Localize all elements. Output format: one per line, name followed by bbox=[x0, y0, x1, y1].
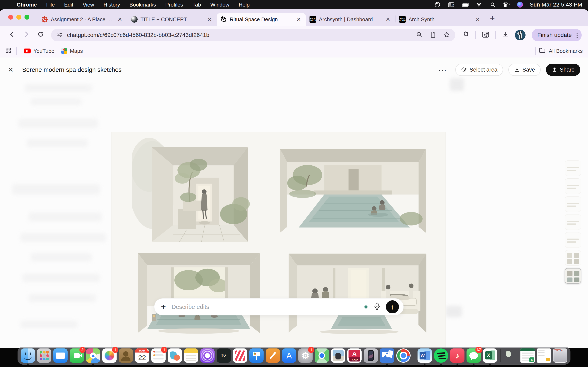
bookmark-maps[interactable]: Maps bbox=[61, 48, 83, 54]
dock-word[interactable]: W bbox=[417, 349, 432, 363]
dock-find-my[interactable] bbox=[315, 349, 329, 363]
dock-notes[interactable] bbox=[184, 349, 198, 363]
zoom-out-icon[interactable] bbox=[416, 31, 423, 39]
bookmark-star-icon[interactable] bbox=[443, 31, 450, 39]
microphone-icon[interactable] bbox=[374, 302, 380, 311]
menu-bookmarks[interactable]: Bookmarks bbox=[130, 2, 156, 8]
bookmark-youtube[interactable]: YouTube bbox=[24, 48, 54, 54]
tab-close-icon[interactable]: ✕ bbox=[384, 16, 391, 23]
wifi-icon[interactable] bbox=[476, 2, 483, 7]
dock-app-store[interactable]: A bbox=[282, 349, 296, 363]
address-bar[interactable]: chatgpt.com/c/69c07c6d-f560-832b-bb03-c2… bbox=[51, 29, 455, 42]
thumbnail-version-current[interactable] bbox=[565, 268, 581, 284]
thumbnail-version-3[interactable] bbox=[565, 196, 581, 212]
dock-finder[interactable] bbox=[21, 349, 35, 363]
tab-title-concept[interactable]: TITLE + CONCEPT ✕ bbox=[127, 13, 217, 26]
all-bookmarks-button[interactable]: All Bookmarks bbox=[549, 48, 583, 54]
siri-icon[interactable] bbox=[517, 2, 523, 8]
menu-clock[interactable]: Sun Mar 22 5:43 PM bbox=[530, 2, 582, 8]
dock-trash[interactable] bbox=[553, 349, 567, 363]
dock-music[interactable]: ♪ bbox=[450, 349, 465, 363]
describe-edits-input[interactable]: Describe edits bbox=[172, 304, 364, 310]
dock-calendar[interactable]: 4MAR22 bbox=[135, 349, 149, 363]
dock-messages[interactable]: 67 bbox=[467, 349, 481, 363]
dock-podcasts[interactable] bbox=[200, 349, 215, 363]
zoom-window-button[interactable] bbox=[25, 15, 29, 20]
dock-maps[interactable] bbox=[86, 349, 100, 363]
dock-spotify[interactable] bbox=[434, 349, 448, 363]
dock-pages[interactable] bbox=[266, 349, 280, 363]
tab-close-icon[interactable]: ✕ bbox=[206, 16, 213, 23]
generated-image[interactable] bbox=[112, 132, 445, 348]
menu-help[interactable]: Help bbox=[239, 2, 250, 8]
tab-assignment-2[interactable]: Assignment 2 - A Place to Ba ✕ bbox=[38, 13, 127, 26]
dock-freeform[interactable] bbox=[168, 349, 182, 363]
tab-ritual-space-design[interactable]: Ritual Space Design ✕ bbox=[217, 13, 306, 26]
menu-profiles[interactable]: Profiles bbox=[165, 2, 183, 8]
edit-composer[interactable]: + Describe edits ↑ bbox=[154, 298, 404, 315]
new-tab-button[interactable]: + bbox=[490, 14, 495, 23]
dock-apple-tv[interactable]: tv bbox=[217, 349, 231, 363]
tab-archsynth-dashboard[interactable]: ARCH SYNTH Archsynth | Dashboard ✕ bbox=[306, 13, 395, 26]
more-options-button[interactable]: ··· bbox=[438, 66, 447, 74]
dock-launchpad[interactable] bbox=[37, 349, 51, 363]
chrome-menu-icon[interactable] bbox=[575, 33, 580, 38]
thumbnail-version-4[interactable] bbox=[565, 214, 581, 230]
menu-chrome[interactable]: Chrome bbox=[17, 2, 37, 8]
tab-close-icon[interactable]: ✕ bbox=[116, 16, 123, 23]
dock-contacts[interactable] bbox=[119, 349, 133, 363]
attach-plus-icon[interactable]: + bbox=[161, 302, 166, 312]
menu-view[interactable]: View bbox=[83, 2, 94, 8]
apps-grid-icon[interactable] bbox=[5, 47, 11, 55]
dock-reminders[interactable]: 1 bbox=[151, 349, 165, 363]
minimize-window-button[interactable] bbox=[16, 15, 21, 20]
profile-avatar[interactable] bbox=[515, 30, 526, 40]
downloads-icon[interactable] bbox=[502, 31, 509, 39]
site-settings-icon[interactable] bbox=[56, 31, 63, 39]
thumbnail-version-1[interactable] bbox=[565, 160, 581, 176]
dock-image-capture[interactable] bbox=[331, 349, 345, 363]
dock-minimized-excel-window[interactable]: X bbox=[520, 349, 535, 363]
back-icon[interactable] bbox=[9, 31, 16, 40]
menu-edit[interactable]: Edit bbox=[64, 2, 73, 8]
dock-photos[interactable]: 1 bbox=[102, 349, 117, 363]
forward-icon[interactable] bbox=[23, 31, 30, 40]
creative-cloud-icon[interactable] bbox=[434, 2, 441, 7]
battery-icon[interactable] bbox=[462, 2, 468, 7]
save-button[interactable]: Save bbox=[508, 64, 541, 76]
close-image-button[interactable]: ✕ bbox=[8, 66, 14, 74]
control-center-icon[interactable] bbox=[503, 2, 510, 7]
extensions-icon[interactable] bbox=[462, 31, 469, 39]
keyboard-window-icon[interactable]: ⌘ bbox=[448, 2, 455, 7]
close-window-button[interactable] bbox=[8, 15, 13, 20]
menu-window[interactable]: Window bbox=[210, 2, 229, 8]
dock-iphone-mirroring[interactable] bbox=[364, 349, 378, 363]
dock-chrome[interactable] bbox=[396, 349, 411, 363]
side-search-icon[interactable] bbox=[482, 31, 489, 39]
dock-excel[interactable]: X bbox=[483, 349, 497, 363]
send-button[interactable]: ↑ bbox=[386, 300, 399, 313]
dock-photos-companion[interactable] bbox=[380, 349, 394, 363]
dock-system-settings[interactable]: 1⚙ bbox=[298, 349, 312, 363]
reader-mode-icon[interactable] bbox=[430, 31, 436, 39]
search-icon[interactable] bbox=[489, 2, 496, 7]
share-button[interactable]: Share bbox=[546, 64, 580, 76]
dock-mail[interactable] bbox=[53, 349, 68, 363]
dock-minimized-finder-window[interactable] bbox=[537, 349, 551, 363]
tab-close-icon[interactable]: ✕ bbox=[295, 16, 302, 23]
dock-minimized-globe-window[interactable] bbox=[504, 349, 518, 363]
menu-file[interactable]: File bbox=[46, 2, 55, 8]
menu-tab[interactable]: Tab bbox=[192, 2, 201, 8]
select-area-button[interactable]: Select area bbox=[455, 64, 503, 76]
dock-keynote[interactable] bbox=[249, 349, 264, 363]
thumbnail-version-6[interactable] bbox=[565, 250, 581, 266]
reload-icon[interactable] bbox=[37, 31, 44, 40]
url-text[interactable]: chatgpt.com/c/69c07c6d-f560-832b-bb03-c2… bbox=[67, 32, 209, 38]
thumbnail-version-2[interactable] bbox=[565, 178, 581, 194]
dock-autocad[interactable]: ACAD bbox=[347, 349, 362, 363]
menu-history[interactable]: History bbox=[104, 2, 120, 8]
thumbnail-version-5[interactable] bbox=[565, 232, 581, 248]
tab-close-icon[interactable]: ✕ bbox=[474, 16, 481, 23]
dock-facetime[interactable]: 2 bbox=[70, 349, 84, 363]
finish-update-button[interactable]: Finish update bbox=[532, 29, 582, 42]
